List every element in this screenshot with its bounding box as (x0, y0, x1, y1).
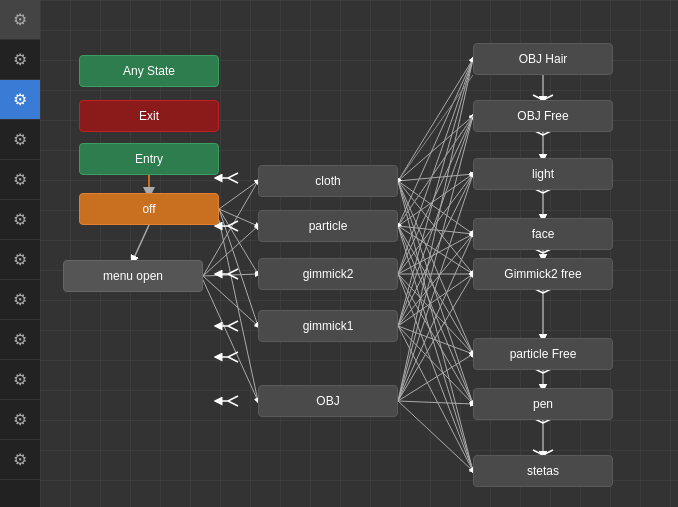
gimmick1-label: gimmick1 (303, 319, 354, 333)
any-state-node[interactable]: Any State (79, 55, 219, 87)
off-label: off (142, 202, 155, 216)
sidebar-item-0[interactable]: ⚙ (0, 0, 40, 40)
pen-node[interactable]: pen (473, 388, 613, 420)
particle-free-label: particle Free (510, 347, 577, 361)
gear-icon-0: ⚙ (13, 10, 27, 29)
particle-free-node[interactable]: particle Free (473, 338, 613, 370)
cloth-node[interactable]: cloth (258, 165, 398, 197)
sidebar-item-8[interactable]: ⚙ (0, 320, 40, 360)
entry-label: Entry (135, 152, 163, 166)
pen-label: pen (533, 397, 553, 411)
sidebar-item-11[interactable]: ⚙ (0, 440, 40, 480)
sidebar-item-1[interactable]: ⚙ (0, 40, 40, 80)
sidebar-item-6[interactable]: ⚙ (0, 240, 40, 280)
sidebar: ⚙ ⚙ ⚙ ⚙ ⚙ ⚙ ⚙ ⚙ ⚙ ⚙ ⚙ ⚙ (0, 0, 40, 507)
particle-node[interactable]: particle (258, 210, 398, 242)
light-node[interactable]: light (473, 158, 613, 190)
menu-open-label: menu open (103, 269, 163, 283)
face-label: face (532, 227, 555, 241)
gimmick2-node[interactable]: gimmick2 (258, 258, 398, 290)
obj-node[interactable]: OBJ (258, 385, 398, 417)
gear-icon-11: ⚙ (13, 450, 27, 469)
gear-icon-9: ⚙ (13, 370, 27, 389)
obj-free-node[interactable]: OBJ Free (473, 100, 613, 132)
any-state-label: Any State (123, 64, 175, 78)
particle-label: particle (309, 219, 348, 233)
menu-open-node[interactable]: menu open (63, 260, 203, 292)
sidebar-item-4[interactable]: ⚙ (0, 160, 40, 200)
gimmick2-free-node[interactable]: Gimmick2 free (473, 258, 613, 290)
gear-icon-7: ⚙ (13, 290, 27, 309)
gimmick1-node[interactable]: gimmick1 (258, 310, 398, 342)
gimmick2-free-label: Gimmick2 free (504, 267, 581, 281)
entry-node[interactable]: Entry (79, 143, 219, 175)
sidebar-item-7[interactable]: ⚙ (0, 280, 40, 320)
cloth-label: cloth (315, 174, 340, 188)
gear-icon-4: ⚙ (13, 170, 27, 189)
gimmick2-label: gimmick2 (303, 267, 354, 281)
gear-icon-3: ⚙ (13, 130, 27, 149)
obj-label: OBJ (316, 394, 339, 408)
sidebar-item-2[interactable]: ⚙ (0, 80, 40, 120)
gear-icon-5: ⚙ (13, 210, 27, 229)
stetas-label: stetas (527, 464, 559, 478)
exit-node[interactable]: Exit (79, 100, 219, 132)
off-node[interactable]: off (79, 193, 219, 225)
sidebar-item-3[interactable]: ⚙ (0, 120, 40, 160)
gear-icon-2: ⚙ (13, 90, 27, 109)
exit-label: Exit (139, 109, 159, 123)
face-node[interactable]: face (473, 218, 613, 250)
sidebar-item-9[interactable]: ⚙ (0, 360, 40, 400)
gear-icon-8: ⚙ (13, 330, 27, 349)
gear-icon-1: ⚙ (13, 50, 27, 69)
gear-icon-6: ⚙ (13, 250, 27, 269)
stetas-node[interactable]: stetas (473, 455, 613, 487)
sidebar-item-5[interactable]: ⚙ (0, 200, 40, 240)
light-label: light (532, 167, 554, 181)
obj-hair-label: OBJ Hair (519, 52, 568, 66)
obj-hair-node[interactable]: OBJ Hair (473, 43, 613, 75)
gear-icon-10: ⚙ (13, 410, 27, 429)
sidebar-item-10[interactable]: ⚙ (0, 400, 40, 440)
obj-free-label: OBJ Free (517, 109, 568, 123)
